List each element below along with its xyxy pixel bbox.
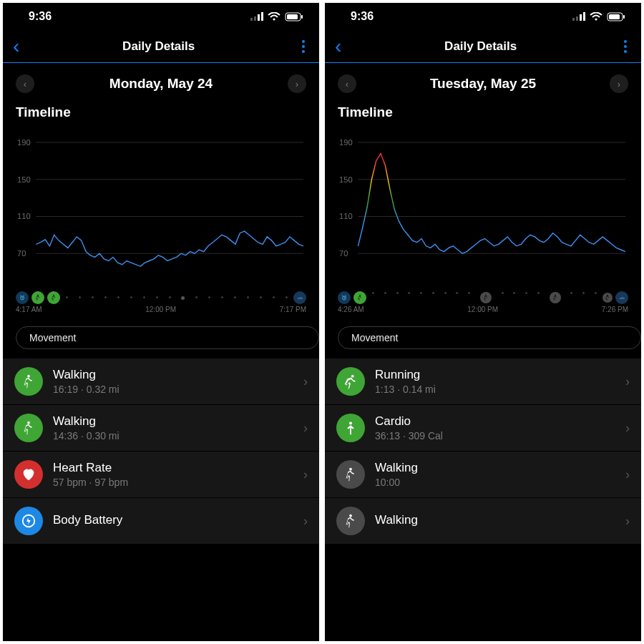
sleep-icon: zZz — [293, 291, 306, 304]
svg-rect-25 — [580, 14, 582, 21]
activity-row[interactable]: Heart Rate 57 bpm · 97 bpm › — [3, 451, 319, 497]
svg-text:110: 110 — [17, 213, 31, 221]
activity-strip: zZz — [3, 288, 319, 304]
activity-title: Cardio — [375, 414, 615, 429]
back-button[interactable]: ‹ — [335, 35, 341, 58]
activity-row[interactable]: Walking 10:00 › — [325, 451, 641, 497]
status-bar: 9:36 — [3, 3, 319, 30]
chevron-right-icon: › — [303, 374, 308, 389]
walk-icon — [14, 367, 43, 396]
svg-point-42 — [555, 295, 556, 296]
battery-icon — [285, 12, 303, 21]
svg-text:190: 190 — [339, 138, 353, 147]
timeline-dots — [63, 296, 291, 300]
alarm-icon — [338, 291, 351, 304]
activity-subtitle: 57 bpm · 97 bpm — [53, 477, 293, 488]
cardio-icon — [336, 414, 365, 442]
walk-icon — [353, 291, 366, 304]
status-bar: 9:36 — [325, 3, 641, 30]
chevron-right-icon: › — [625, 514, 630, 529]
activity-subtitle: 16:19 · 0.32 mi — [53, 384, 293, 395]
activity-title: Walking — [53, 368, 293, 382]
sleep-icon: zZz — [615, 291, 628, 304]
nav-bar: ‹ Daily Details — [3, 30, 319, 63]
svg-rect-23 — [572, 18, 575, 21]
svg-rect-0 — [250, 18, 253, 21]
svg-text:zZz: zZz — [298, 296, 303, 300]
activity-title: Walking — [375, 461, 615, 475]
more-menu-button[interactable] — [620, 36, 631, 57]
status-time: 9:36 — [29, 10, 52, 23]
svg-point-43 — [607, 295, 608, 296]
signal-icon — [250, 12, 263, 21]
walk-icon — [31, 291, 44, 304]
prev-day-button[interactable]: ‹ — [16, 74, 34, 93]
activity-row[interactable]: Walking 16:19 · 0.32 mi › — [3, 358, 319, 404]
heart-rate-chart[interactable]: 70110150190 — [16, 127, 306, 288]
walk-icon — [550, 292, 561, 303]
timeline-dots — [369, 292, 600, 303]
svg-rect-6 — [287, 14, 298, 19]
walk-icon — [47, 291, 60, 304]
svg-rect-29 — [609, 14, 620, 19]
activity-list: Running 1:13 · 0.14 mi › Cardio 36:13 · … — [325, 358, 641, 544]
battery-icon — [607, 12, 625, 21]
activity-title: Body Battery — [53, 513, 293, 527]
body-battery-icon — [14, 507, 43, 535]
activity-row[interactable]: Cardio 36:13 · 309 Cal › — [325, 404, 641, 451]
svg-point-48 — [349, 514, 352, 517]
wifi-icon — [268, 12, 280, 21]
more-menu-button[interactable] — [298, 36, 309, 57]
svg-text:190: 190 — [17, 138, 31, 147]
status-time: 9:36 — [351, 10, 374, 23]
svg-rect-3 — [261, 12, 263, 21]
walk-icon — [336, 460, 365, 489]
activity-title: Running — [375, 368, 615, 382]
activity-subtitle: 36:13 · 309 Cal — [375, 430, 615, 441]
timeline-heading: Timeline — [3, 100, 319, 123]
activity-row[interactable]: Body Battery › — [3, 497, 319, 544]
activity-list: Walking 16:19 · 0.32 mi › Walking 14:36 … — [3, 358, 319, 544]
walk-icon — [602, 293, 613, 303]
nav-bar: ‹ Daily Details — [325, 30, 641, 63]
page-title: Daily Details — [122, 39, 195, 54]
page-title: Daily Details — [444, 39, 517, 54]
svg-rect-2 — [258, 14, 260, 21]
activity-subtitle: 10:00 — [375, 477, 615, 488]
svg-rect-1 — [254, 16, 256, 21]
next-day-button[interactable]: › — [288, 74, 306, 93]
activity-row[interactable]: Walking 14:36 · 0.30 mi › — [3, 404, 319, 451]
chevron-right-icon: › — [303, 514, 308, 529]
svg-point-46 — [349, 422, 352, 425]
chart-x-labels: 4:17 AM 12:00 PM 7:17 PM — [3, 304, 319, 323]
date-label: Monday, May 24 — [109, 76, 213, 92]
svg-point-21 — [27, 421, 30, 424]
movement-filter-pill[interactable]: Movement — [338, 326, 641, 349]
run-icon — [336, 367, 365, 396]
svg-point-18 — [53, 295, 54, 296]
next-day-button[interactable]: › — [610, 74, 628, 93]
prev-day-button[interactable]: ‹ — [338, 74, 356, 93]
walk-icon — [14, 414, 43, 442]
svg-point-27 — [595, 18, 597, 20]
activity-strip: zZz — [325, 288, 641, 304]
movement-filter-pill[interactable]: Movement — [16, 326, 319, 349]
activity-subtitle: 14:36 · 0.30 mi — [53, 430, 293, 441]
svg-text:70: 70 — [17, 249, 26, 258]
chart-x-labels: 4:26 AM 12:00 PM 7:26 PM — [325, 304, 641, 323]
walk-icon — [336, 507, 365, 535]
activity-row[interactable]: Running 1:13 · 0.14 mi › — [325, 358, 641, 404]
svg-point-20 — [27, 375, 30, 378]
activity-row[interactable]: Walking › — [325, 497, 641, 544]
alarm-icon — [16, 291, 29, 304]
activity-title: Walking — [375, 513, 615, 527]
svg-rect-30 — [623, 15, 625, 19]
back-button[interactable]: ‹ — [13, 35, 19, 58]
chevron-right-icon: › — [303, 467, 308, 482]
svg-rect-24 — [576, 16, 578, 21]
heart-rate-chart[interactable]: 70110150190 — [338, 127, 628, 288]
activity-title: Heart Rate — [53, 461, 293, 475]
signal-icon — [572, 12, 585, 21]
chevron-right-icon: › — [625, 467, 630, 482]
walk-icon — [480, 292, 492, 303]
